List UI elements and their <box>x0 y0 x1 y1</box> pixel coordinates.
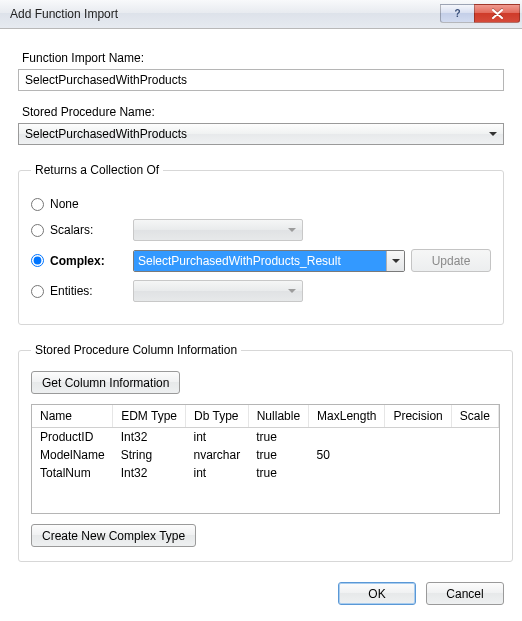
chevron-down-icon <box>288 289 296 293</box>
complex-combo-value: SelectPurchasedWithProducts_Result <box>134 251 386 271</box>
titlebar-buttons: ? <box>440 5 520 23</box>
radio-entities-input[interactable] <box>31 285 44 298</box>
sp-column-info-legend: Stored Procedure Column Information <box>31 343 241 357</box>
col-maxlength: MaxLength <box>309 405 385 428</box>
chevron-down-icon <box>288 228 296 232</box>
complex-combo-dropdown[interactable] <box>386 251 404 271</box>
radio-scalars-label: Scalars: <box>50 223 93 237</box>
radio-complex-input[interactable] <box>31 254 44 267</box>
help-icon: ? <box>454 9 460 19</box>
complex-combo[interactable]: SelectPurchasedWithProducts_Result <box>133 250 405 272</box>
radio-none-label: None <box>50 197 79 211</box>
col-nullable: Nullable <box>248 405 308 428</box>
radio-complex-label: Complex: <box>50 254 105 268</box>
returns-collection-legend: Returns a Collection Of <box>31 163 163 177</box>
column-info-table-wrap: Name EDM Type Db Type Nullable MaxLength… <box>31 404 500 514</box>
col-precision: Precision <box>385 405 451 428</box>
col-edmtype: EDM Type <box>113 405 186 428</box>
col-scale: Scale <box>451 405 498 428</box>
ok-button[interactable]: OK <box>338 582 416 605</box>
close-icon <box>492 9 503 19</box>
table-header-row: Name EDM Type Db Type Nullable MaxLength… <box>32 405 498 428</box>
titlebar: Add Function Import ? <box>0 0 522 29</box>
stored-procedure-name-select[interactable]: SelectPurchasedWithProducts <box>18 123 504 145</box>
get-column-info-button[interactable]: Get Column Information <box>31 371 180 394</box>
radio-none-input[interactable] <box>31 198 44 211</box>
sp-column-info-group: Stored Procedure Column Information Get … <box>18 343 513 562</box>
function-import-name-input[interactable] <box>18 69 504 91</box>
chevron-down-icon <box>489 132 497 136</box>
table-row: TotalNum Int32 int true <box>32 464 498 482</box>
cancel-button[interactable]: Cancel <box>426 582 504 605</box>
scalars-combo <box>133 219 303 241</box>
update-button: Update <box>411 249 491 272</box>
table-row: ModelName String nvarchar true 50 <box>32 446 498 464</box>
stored-procedure-name-label: Stored Procedure Name: <box>22 105 504 119</box>
column-info-table: Name EDM Type Db Type Nullable MaxLength… <box>32 405 499 482</box>
radio-entities-label: Entities: <box>50 284 93 298</box>
table-body: ProductID Int32 int true ModelName Strin… <box>32 428 498 483</box>
returns-collection-group: Returns a Collection Of None Scalars: Co… <box>18 163 504 325</box>
stored-procedure-name-value: SelectPurchasedWithProducts <box>25 127 187 141</box>
col-dbtype: Db Type <box>186 405 249 428</box>
radio-scalars-input[interactable] <box>31 224 44 237</box>
col-name: Name <box>32 405 113 428</box>
help-button[interactable]: ? <box>440 4 474 23</box>
function-import-name-label: Function Import Name: <box>22 51 504 65</box>
entities-combo <box>133 280 303 302</box>
chevron-down-icon <box>392 259 400 263</box>
table-row: ProductID Int32 int true <box>32 428 498 447</box>
radio-none[interactable]: None <box>31 197 127 211</box>
radio-entities[interactable]: Entities: <box>31 284 127 298</box>
window-title: Add Function Import <box>10 7 440 21</box>
dialog-buttons: OK Cancel <box>18 582 504 605</box>
create-new-complex-type-button[interactable]: Create New Complex Type <box>31 524 196 547</box>
dialog-client: Function Import Name: Stored Procedure N… <box>0 29 522 619</box>
radio-scalars[interactable]: Scalars: <box>31 223 127 237</box>
radio-complex[interactable]: Complex: <box>31 254 127 268</box>
close-button[interactable] <box>474 4 520 23</box>
